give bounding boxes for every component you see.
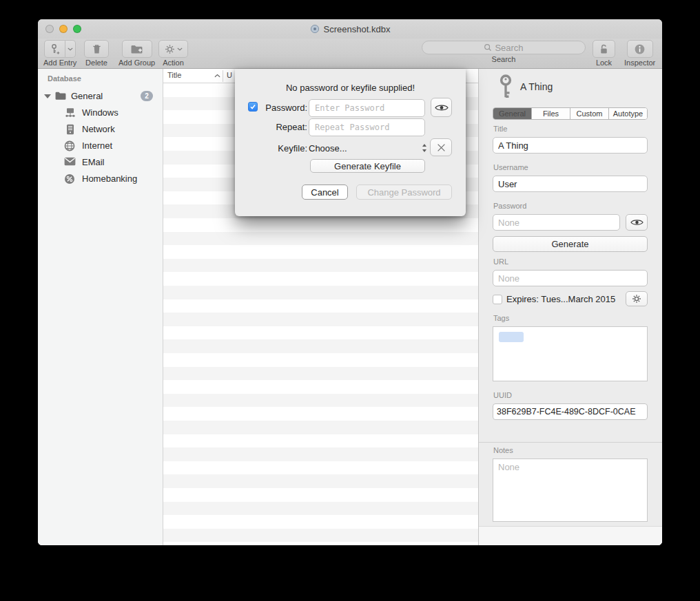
app-window: Screenshot.kdbx Add Entry Delete bbox=[38, 19, 662, 545]
sidebar-item-windows[interactable]: Windows bbox=[38, 105, 163, 121]
generate-password-button[interactable]: Generate bbox=[493, 236, 648, 252]
sidebar-item-general[interactable]: General 2 bbox=[38, 88, 163, 105]
dialog-message: No password or keyfile supplied! bbox=[235, 83, 466, 93]
column-divider[interactable] bbox=[223, 70, 223, 82]
sidebar-item-internet[interactable]: Internet bbox=[38, 138, 163, 154]
notes-label: Notes bbox=[493, 446, 513, 454]
uuid-field[interactable] bbox=[493, 403, 648, 420]
gear-icon bbox=[165, 44, 175, 54]
repeat-password-input[interactable] bbox=[309, 118, 425, 136]
close-x-icon bbox=[437, 143, 446, 152]
windows-group-icon bbox=[64, 107, 76, 118]
tab-autotype[interactable]: Autotype bbox=[609, 108, 647, 119]
url-field-label: URL bbox=[493, 257, 508, 266]
expires-checkbox[interactable] bbox=[493, 295, 502, 304]
entry-count-badge: 2 bbox=[141, 91, 153, 101]
action-button[interactable]: Action bbox=[158, 40, 188, 67]
tag-token[interactable] bbox=[499, 332, 524, 342]
entry-title: A Thing bbox=[520, 81, 553, 92]
trash-icon bbox=[92, 43, 102, 55]
inspector-footer bbox=[479, 526, 662, 545]
add-group-button[interactable]: Add Group bbox=[119, 40, 155, 67]
notes-field[interactable] bbox=[493, 458, 648, 522]
username-field[interactable] bbox=[493, 176, 648, 192]
generate-keyfile-button[interactable]: Generate Keyfile bbox=[310, 159, 425, 173]
reveal-password-button[interactable] bbox=[626, 214, 648, 231]
globe-icon bbox=[64, 140, 75, 151]
search-input[interactable]: Search bbox=[422, 41, 586, 54]
inspector-panel: A Thing General Files Custom Autotype Ti… bbox=[479, 69, 662, 545]
keyfile-label: Keyfile: bbox=[235, 143, 307, 154]
eye-icon bbox=[435, 103, 449, 112]
uuid-label: UUID bbox=[493, 391, 512, 399]
disclosure-triangle-icon[interactable] bbox=[44, 94, 51, 98]
show-password-button[interactable] bbox=[431, 98, 452, 117]
expires-label: Expires: Tues...March 2015 bbox=[506, 294, 615, 304]
open-padlock-icon bbox=[599, 43, 609, 55]
eye-icon bbox=[630, 218, 644, 226]
column-header-title[interactable]: Title bbox=[167, 71, 181, 79]
title-bar: Screenshot.kdbx bbox=[38, 19, 662, 39]
enter-password-input[interactable] bbox=[309, 99, 425, 117]
password-dialog-sheet: No password or keyfile supplied! Passwor… bbox=[235, 69, 466, 216]
expiry-options-button[interactable] bbox=[626, 291, 648, 306]
tab-custom[interactable]: Custom bbox=[570, 108, 609, 119]
key-icon bbox=[498, 74, 513, 101]
username-field-label: Username bbox=[493, 163, 528, 171]
clear-keyfile-button[interactable] bbox=[430, 138, 452, 156]
tags-label: Tags bbox=[493, 314, 509, 322]
password-field-label: Password bbox=[493, 202, 526, 210]
chevron-down-icon bbox=[177, 48, 183, 51]
stepper-arrows-icon bbox=[422, 143, 427, 153]
column-header-username[interactable]: U bbox=[227, 71, 232, 79]
url-field[interactable] bbox=[493, 270, 648, 286]
toolbar: Add Entry Delete Add Group Action Se bbox=[38, 39, 662, 69]
cancel-button[interactable]: Cancel bbox=[302, 184, 348, 200]
envelope-icon bbox=[64, 157, 76, 166]
change-password-button[interactable]: Change Password bbox=[356, 184, 452, 200]
title-field-label: Title bbox=[493, 125, 507, 133]
title-field[interactable] bbox=[493, 137, 648, 154]
tab-files[interactable]: Files bbox=[532, 108, 570, 119]
inspector-button[interactable]: Inspector bbox=[624, 40, 655, 67]
folder-plus-icon bbox=[130, 44, 143, 54]
info-icon bbox=[634, 43, 646, 55]
server-icon bbox=[66, 124, 74, 135]
add-entry-button[interactable]: Add Entry bbox=[43, 40, 76, 67]
window-title: Screenshot.kdbx bbox=[324, 24, 391, 34]
section-divider bbox=[479, 442, 662, 443]
password-label: Password: bbox=[235, 103, 307, 113]
sort-ascending-icon bbox=[214, 74, 220, 78]
sidebar-item-email[interactable]: EMail bbox=[38, 154, 163, 171]
sidebar-item-homebanking[interactable]: Homebanking bbox=[38, 171, 163, 187]
lock-button[interactable]: Lock bbox=[593, 40, 615, 67]
search-area: Search Search bbox=[422, 41, 586, 63]
gear-icon bbox=[632, 294, 641, 304]
add-entry-dropdown[interactable] bbox=[65, 40, 76, 58]
password-field[interactable] bbox=[493, 214, 620, 231]
tab-general[interactable]: General bbox=[493, 108, 532, 119]
keyfile-popup[interactable]: Choose... bbox=[309, 140, 427, 156]
chevron-down-icon bbox=[68, 48, 73, 51]
sidebar-section-header: Database bbox=[48, 74, 81, 83]
folder-icon bbox=[54, 91, 67, 101]
sidebar-item-network[interactable]: Network bbox=[38, 121, 163, 138]
document-proxy-icon bbox=[310, 24, 320, 34]
tags-field[interactable] bbox=[493, 326, 648, 381]
percent-icon bbox=[64, 173, 75, 184]
sidebar: Database General 2 Windows Network Inter… bbox=[38, 69, 163, 545]
search-icon bbox=[484, 43, 492, 52]
delete-button[interactable]: Delete bbox=[84, 40, 109, 67]
inspector-tabs: General Files Custom Autotype bbox=[493, 107, 648, 120]
repeat-label: Repeat: bbox=[235, 122, 307, 132]
key-plus-icon[interactable] bbox=[44, 40, 65, 58]
